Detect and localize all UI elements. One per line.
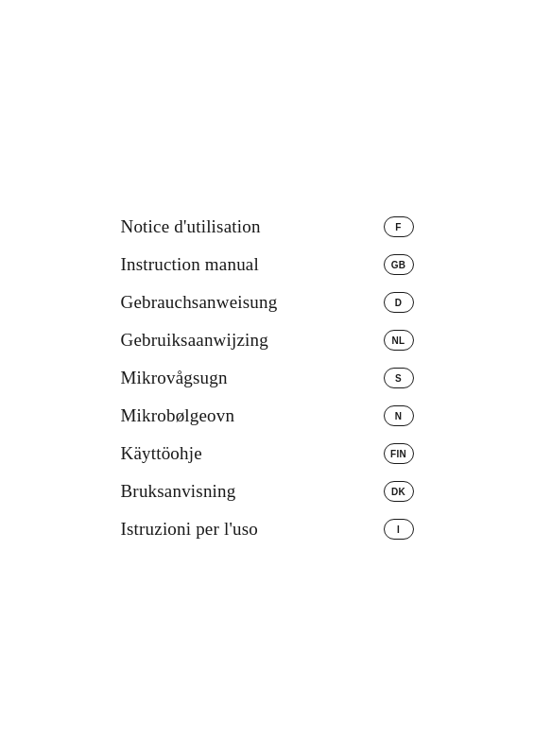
lang-badge: FIN [384, 443, 414, 464]
manual-label: Gebrauchsanweisung [121, 292, 278, 313]
lang-badge: D [384, 292, 414, 313]
page: Notice d'utilisationFInstruction manualG… [0, 0, 534, 756]
manual-label: Notice d'utilisation [121, 216, 261, 237]
manual-label: Bruksanvisning [121, 481, 236, 502]
manual-row: GebruiksaanwijzingNL [121, 321, 414, 359]
manual-label: Instruction manual [121, 254, 259, 275]
manual-row: Notice d'utilisationF [121, 208, 414, 246]
lang-badge: NL [384, 330, 414, 351]
manual-label: Istruzioni per l'uso [121, 519, 258, 540]
manual-row: Instruction manualGB [121, 246, 414, 284]
manual-label: Mikrovågsugn [121, 368, 228, 388]
manual-row: KäyttöohjeFIN [121, 435, 414, 472]
manual-label: Mikrobølgeovn [121, 405, 235, 426]
manual-row: GebrauchsanweisungD [121, 284, 414, 321]
lang-badge: DK [384, 481, 414, 502]
lang-badge: I [384, 519, 414, 540]
lang-badge: S [384, 368, 414, 388]
lang-badge: GB [384, 254, 414, 275]
manual-label: Gebruiksaanwijzing [121, 330, 268, 351]
manual-row: MikrovågsugnS [121, 359, 414, 397]
manual-label: Käyttöohje [121, 443, 202, 464]
manual-row: Istruzioni per l'usoI [121, 510, 414, 548]
manual-row: MikrobølgeovnN [121, 397, 414, 435]
content-area: Notice d'utilisationFInstruction manualG… [121, 189, 414, 567]
lang-badge: N [384, 405, 414, 426]
lang-badge: F [384, 216, 414, 237]
manual-row: BruksanvisningDK [121, 472, 414, 510]
